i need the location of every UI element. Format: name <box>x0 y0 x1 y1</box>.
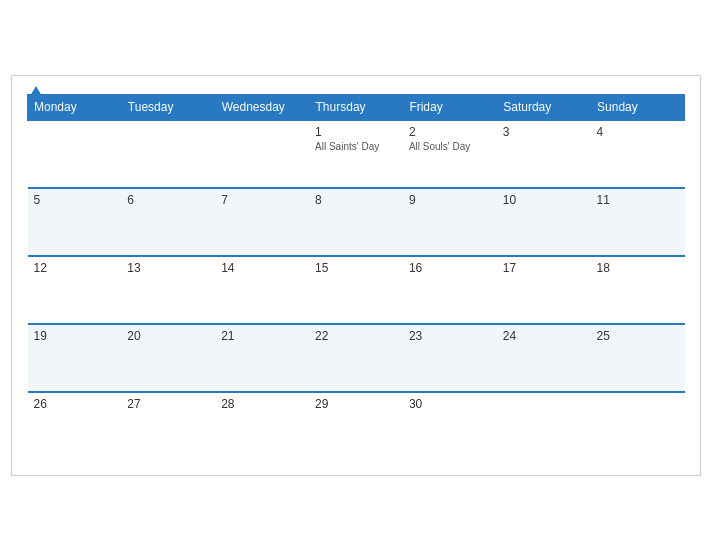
day-number: 16 <box>409 261 491 275</box>
calendar-cell: 1All Saints' Day <box>309 120 403 188</box>
calendar-cell: 19 <box>28 324 122 392</box>
calendar-cell: 21 <box>215 324 309 392</box>
holiday-name: All Souls' Day <box>409 141 491 152</box>
day-header-sunday: Sunday <box>591 94 685 120</box>
day-number: 12 <box>34 261 116 275</box>
calendar-cell: 22 <box>309 324 403 392</box>
day-header-thursday: Thursday <box>309 94 403 120</box>
calendar-cell: 8 <box>309 188 403 256</box>
day-header-friday: Friday <box>403 94 497 120</box>
day-number: 15 <box>315 261 397 275</box>
calendar-cell: 30 <box>403 392 497 460</box>
week-row-1: 1All Saints' Day2All Souls' Day34 <box>28 120 685 188</box>
day-number: 2 <box>409 125 491 139</box>
day-number: 10 <box>503 193 585 207</box>
calendar-cell: 2All Souls' Day <box>403 120 497 188</box>
day-number: 19 <box>34 329 116 343</box>
calendar-cell: 7 <box>215 188 309 256</box>
calendar-cell: 15 <box>309 256 403 324</box>
calendar-cell: 4 <box>591 120 685 188</box>
day-header-tuesday: Tuesday <box>121 94 215 120</box>
day-header-saturday: Saturday <box>497 94 591 120</box>
logo-blue-text <box>27 86 42 97</box>
week-row-5: 2627282930 <box>28 392 685 460</box>
day-header-wednesday: Wednesday <box>215 94 309 120</box>
calendar-cell: 24 <box>497 324 591 392</box>
calendar-cell: 6 <box>121 188 215 256</box>
calendar-cell: 20 <box>121 324 215 392</box>
calendar-cell: 3 <box>497 120 591 188</box>
calendar-cell <box>215 120 309 188</box>
day-number: 25 <box>597 329 679 343</box>
day-number: 27 <box>127 397 209 411</box>
calendar-cell: 27 <box>121 392 215 460</box>
day-number: 11 <box>597 193 679 207</box>
day-number: 14 <box>221 261 303 275</box>
calendar-cell: 29 <box>309 392 403 460</box>
calendar-cell: 17 <box>497 256 591 324</box>
day-number: 22 <box>315 329 397 343</box>
day-number: 18 <box>597 261 679 275</box>
calendar-cell <box>121 120 215 188</box>
calendar-cell: 26 <box>28 392 122 460</box>
week-row-3: 12131415161718 <box>28 256 685 324</box>
calendar-cell: 28 <box>215 392 309 460</box>
calendar-cell: 16 <box>403 256 497 324</box>
day-number: 29 <box>315 397 397 411</box>
day-header-monday: Monday <box>28 94 122 120</box>
day-number: 9 <box>409 193 491 207</box>
calendar-cell <box>591 392 685 460</box>
day-number: 7 <box>221 193 303 207</box>
calendar-cell <box>28 120 122 188</box>
calendar-cell: 9 <box>403 188 497 256</box>
day-number: 1 <box>315 125 397 139</box>
day-number: 24 <box>503 329 585 343</box>
day-number: 13 <box>127 261 209 275</box>
calendar-cell: 25 <box>591 324 685 392</box>
day-number: 30 <box>409 397 491 411</box>
calendar-cell: 13 <box>121 256 215 324</box>
calendar-cell: 5 <box>28 188 122 256</box>
day-number: 3 <box>503 125 585 139</box>
days-header-row: MondayTuesdayWednesdayThursdayFridaySatu… <box>28 94 685 120</box>
calendar-cell <box>497 392 591 460</box>
day-number: 5 <box>34 193 116 207</box>
logo-triangle-icon <box>30 86 42 96</box>
day-number: 8 <box>315 193 397 207</box>
day-number: 21 <box>221 329 303 343</box>
calendar-cell: 14 <box>215 256 309 324</box>
day-number: 23 <box>409 329 491 343</box>
logo <box>27 86 42 97</box>
day-number: 17 <box>503 261 585 275</box>
day-number: 20 <box>127 329 209 343</box>
calendar-cell: 11 <box>591 188 685 256</box>
calendar-cell: 23 <box>403 324 497 392</box>
calendar-container: MondayTuesdayWednesdayThursdayFridaySatu… <box>11 75 701 476</box>
day-number: 26 <box>34 397 116 411</box>
calendar-table: MondayTuesdayWednesdayThursdayFridaySatu… <box>27 94 685 460</box>
day-number: 6 <box>127 193 209 207</box>
day-number: 28 <box>221 397 303 411</box>
calendar-cell: 18 <box>591 256 685 324</box>
calendar-cell: 10 <box>497 188 591 256</box>
week-row-2: 567891011 <box>28 188 685 256</box>
day-number: 4 <box>597 125 679 139</box>
calendar-cell: 12 <box>28 256 122 324</box>
week-row-4: 19202122232425 <box>28 324 685 392</box>
holiday-name: All Saints' Day <box>315 141 397 152</box>
